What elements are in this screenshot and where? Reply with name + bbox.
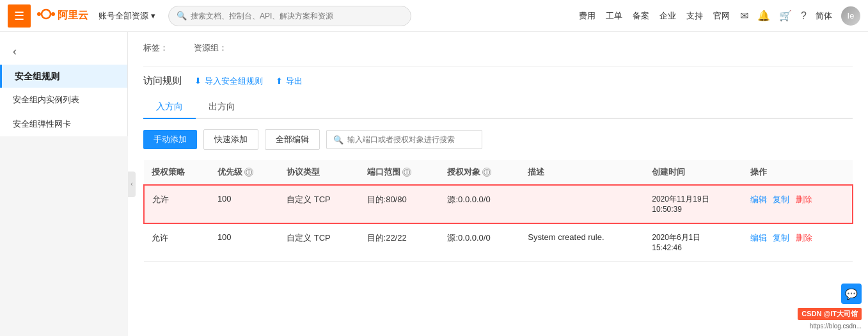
- account-dropdown-icon: ▾: [151, 11, 155, 20]
- help-icon[interactable]: ?: [801, 10, 807, 22]
- logo-text: 阿里云: [58, 9, 88, 22]
- nav-link-support[interactable]: 支持: [686, 10, 703, 22]
- th-create-time: 创建时间: [644, 160, 742, 185]
- search-box[interactable]: 🔍: [326, 130, 482, 149]
- search-box-input[interactable]: [347, 135, 475, 144]
- resource-group-label: 资源组：: [194, 42, 227, 54]
- import-btn-label: 导入安全组规则: [205, 76, 263, 87]
- csdn-badge: CSDN @IT大司馆: [798, 308, 862, 320]
- page-layout: ‹ 安全组规则 安全组内实例列表 安全组弹性网卡 ‹ 标签： 资源组： 访问规则…: [0, 32, 868, 336]
- sidebar-wrapper: ‹ 安全组规则 安全组内实例列表 安全组弹性网卡 ‹: [0, 32, 128, 336]
- cell-time-1: 2020年6月1日 15:42:46: [644, 223, 742, 262]
- th-description: 描述: [520, 160, 644, 185]
- bottom-overlay: CSDN @IT大司馆 https://blog.csdn...: [798, 308, 862, 330]
- sidebar-item-instance-list[interactable]: 安全组内实例列表: [0, 88, 127, 112]
- sidebar-back-button[interactable]: ‹: [0, 38, 127, 65]
- tag-label: 标签：: [143, 42, 168, 54]
- svg-rect-1: [42, 10, 51, 19]
- import-rules-btn[interactable]: ⬇ 导入安全组规则: [194, 76, 263, 87]
- cell-desc-1: System created rule.: [520, 223, 644, 262]
- cell-protocol-1: 自定义 TCP: [279, 223, 359, 262]
- port-info-icon[interactable]: ⓘ: [402, 168, 411, 177]
- th-priority: 优先级 ⓘ: [210, 160, 279, 185]
- tag-row: 标签： 资源组：: [143, 42, 853, 54]
- table-row: 允许 100 自定义 TCP 目的:22/22 源:0.0.0.0/0 Syst…: [144, 223, 853, 262]
- topnav-icons: ✉ 🔔 🛒 ? 简体 Ie: [740, 6, 860, 26]
- cell-priority-0: 100: [210, 185, 279, 223]
- cell-port-0: 目的:80/80: [359, 185, 440, 223]
- import-icon: ⬇: [194, 76, 201, 86]
- th-auth-label: 授权对象: [447, 166, 480, 178]
- hamburger-button[interactable]: ☰: [8, 4, 31, 28]
- search-icon: 🔍: [177, 11, 187, 20]
- cart-icon[interactable]: 🛒: [779, 10, 792, 22]
- cell-priority-1: 100: [210, 223, 279, 262]
- chat-icon-button[interactable]: 💬: [841, 284, 862, 304]
- search-box-icon: 🔍: [333, 135, 343, 145]
- sidebar-item-elastic-nic[interactable]: 安全组弹性网卡: [0, 112, 127, 136]
- tab-inbound[interactable]: 入方向: [143, 96, 196, 119]
- create-date-1: 2020年6月1日: [652, 232, 734, 243]
- copy-link-0[interactable]: 复制: [773, 195, 789, 204]
- main-content: 标签： 资源组： 访问规则 ⬇ 导入安全组规则 ⬆ 导出 入方向 出方向: [128, 32, 868, 336]
- tab-outbound[interactable]: 出方向: [196, 96, 248, 119]
- delete-link-1[interactable]: 删除: [796, 233, 812, 243]
- nav-link-ticket[interactable]: 工单: [606, 10, 622, 22]
- avatar[interactable]: Ie: [841, 6, 860, 26]
- sidebar-collapse-handle[interactable]: ‹: [128, 172, 136, 197]
- svg-rect-0: [37, 12, 41, 16]
- add-manual-button[interactable]: 手动添加: [143, 130, 197, 149]
- lang-switch[interactable]: 简体: [816, 10, 832, 22]
- edit-all-button[interactable]: 全部编辑: [265, 129, 320, 150]
- nav-link-enterprise[interactable]: 企业: [659, 10, 676, 22]
- global-search[interactable]: 🔍: [168, 6, 411, 26]
- cell-strategy-1: 允许: [144, 223, 210, 262]
- back-icon: ‹: [13, 45, 17, 58]
- logo[interactable]: 阿里云: [37, 8, 88, 24]
- bell-icon[interactable]: 🔔: [757, 10, 770, 22]
- edit-link-1[interactable]: 编辑: [750, 233, 767, 243]
- access-rules-title: 访问规则: [143, 75, 182, 87]
- table-header: 授权策略 优先级 ⓘ 协议类型 端口范围 ⓘ: [144, 160, 853, 185]
- search-input[interactable]: [191, 12, 403, 20]
- export-btn-label: 导出: [286, 76, 303, 87]
- cell-time-0: 2020年11月19日 10:50:39: [644, 185, 742, 223]
- add-quick-button[interactable]: 快速添加: [203, 129, 258, 150]
- cell-strategy-0: 允许: [144, 185, 210, 223]
- export-icon: ⬆: [276, 76, 283, 86]
- hamburger-icon: ☰: [14, 9, 24, 23]
- table-body: 允许 100 自定义 TCP 目的:80/80 源:0.0.0.0/0 2020…: [144, 185, 853, 262]
- cell-port-1: 目的:22/22: [359, 223, 440, 262]
- export-btn[interactable]: ⬆ 导出: [276, 76, 303, 87]
- nav-link-cost[interactable]: 费用: [579, 10, 596, 22]
- delete-link-0[interactable]: 删除: [796, 195, 812, 204]
- cell-auth-0: 源:0.0.0.0/0: [439, 185, 520, 223]
- nav-link-official[interactable]: 官网: [713, 10, 730, 22]
- main-inner: 标签： 资源组： 访问规则 ⬇ 导入安全组规则 ⬆ 导出 入方向 出方向: [128, 32, 868, 336]
- copy-link-1[interactable]: 复制: [773, 233, 789, 243]
- rules-header: 访问规则 ⬇ 导入安全组规则 ⬆ 导出: [143, 75, 853, 87]
- th-strategy: 授权策略: [144, 160, 210, 185]
- action-bar: 手动添加 快速添加 全部编辑 🔍: [143, 129, 853, 150]
- auth-info-icon[interactable]: ⓘ: [482, 168, 491, 177]
- topnav-links: 费用 工单 备案 企业 支持 官网: [579, 10, 730, 22]
- priority-info-icon[interactable]: ⓘ: [244, 168, 253, 177]
- create-time-0: 10:50:39: [652, 205, 734, 214]
- th-actions: 操作: [743, 160, 853, 185]
- sidebar: ‹ 安全组规则 安全组内实例列表 安全组弹性网卡: [0, 32, 128, 136]
- table-row: 允许 100 自定义 TCP 目的:80/80 源:0.0.0.0/0 2020…: [144, 185, 853, 223]
- th-priority-label: 优先级: [217, 166, 242, 178]
- rules-table: 授权策略 优先级 ⓘ 协议类型 端口范围 ⓘ: [143, 160, 853, 262]
- divider-1: [143, 67, 853, 67]
- cell-actions-0: 编辑 复制 删除: [743, 185, 853, 223]
- mail-icon[interactable]: ✉: [740, 10, 748, 22]
- direction-tabs: 入方向 出方向: [143, 96, 853, 119]
- account-selector[interactable]: 账号全部资源 ▾: [99, 10, 155, 22]
- account-label: 账号全部资源: [99, 10, 148, 22]
- svg-rect-2: [51, 12, 55, 16]
- cell-protocol-0: 自定义 TCP: [279, 185, 359, 223]
- nav-link-beian[interactable]: 备案: [633, 10, 649, 22]
- cell-desc-0: [520, 185, 644, 223]
- cell-actions-1: 编辑 复制 删除: [743, 223, 853, 262]
- edit-link-0[interactable]: 编辑: [750, 195, 767, 204]
